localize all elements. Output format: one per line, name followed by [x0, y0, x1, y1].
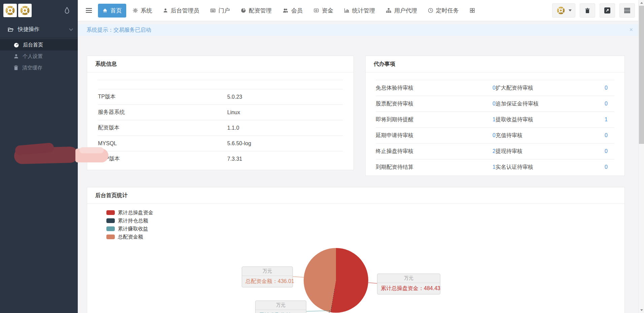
nav-item-admins[interactable]: 后台管理员: [159, 4, 204, 18]
list-icon: [624, 8, 630, 13]
todo-count-link[interactable]: 0: [477, 85, 496, 91]
close-icon[interactable]: ×: [629, 26, 633, 33]
chart-label-total-trading-funds: 万元 累计总操盘资金：484.43: [377, 274, 440, 294]
table-row: 股票配资待审核 0 追加保证金待审核 0: [376, 96, 614, 112]
table-row: MYSQL 5.6.50-log: [98, 135, 343, 151]
funds-icon: [313, 8, 319, 13]
caret-down-icon: [569, 9, 572, 11]
chart-legend: 累计总操盘资金 累计持仓总额 累计赚取收益 总配资金额: [106, 209, 153, 241]
home-icon: [102, 8, 108, 13]
brand-logo-2: [18, 4, 32, 17]
nav-item-user-agents[interactable]: 用户代理: [381, 4, 421, 18]
user-avatar-dropdown[interactable]: [552, 3, 575, 18]
table-row: 服务器系统 Linux: [98, 104, 343, 120]
share-button[interactable]: [600, 3, 615, 18]
legend-item[interactable]: 累计赚取收益: [106, 225, 153, 233]
scrollbar-thumb[interactable]: [639, 6, 644, 144]
dashboard-icon: [13, 42, 19, 48]
sidebar-item-clear-cache[interactable]: 清空缓存: [0, 62, 78, 73]
table-row: 延期申请待审核 0 充值待审核 0: [376, 127, 614, 143]
home-statistics-panel: 后台首页统计 累计总操盘资金 累计持仓总额 累计赚取收益 总配资金额: [87, 187, 625, 313]
table-row: TP版本 5.0.23: [98, 89, 343, 104]
nav-label: 统计管理: [352, 7, 375, 14]
table-row: [98, 80, 343, 89]
hamburger-menu-icon[interactable]: [86, 8, 92, 13]
chart-label-unit: 万元: [242, 267, 293, 276]
panel-title: 代办事项: [374, 61, 395, 68]
brand-logo: [3, 4, 17, 17]
vertical-scrollbar[interactable]: [638, 0, 644, 313]
members-users-icon: [282, 8, 289, 13]
scroll-down-arrow[interactable]: [639, 307, 644, 313]
user-icon: [13, 54, 19, 59]
nav-label: 首页: [110, 7, 122, 14]
legend-item[interactable]: 总配资金额: [106, 233, 153, 241]
sidebar-item-profile-settings[interactable]: 个人设置: [0, 51, 78, 62]
nav-item-members[interactable]: 会员: [278, 4, 307, 18]
nav-item-allocation[interactable]: 配资管理: [236, 4, 276, 18]
trash-icon: [13, 65, 19, 70]
nav-item-funds[interactable]: 资金: [309, 4, 338, 18]
nav-item-system[interactable]: 系统: [128, 4, 157, 18]
nav-item-scheduled-tasks[interactable]: 定时任务: [423, 4, 463, 18]
legend-item[interactable]: 累计总操盘资金: [106, 209, 153, 217]
legend-swatch: [106, 218, 115, 223]
nav-label: 系统: [141, 7, 152, 14]
scroll-up-arrow[interactable]: [639, 0, 644, 6]
sitemap-icon: [386, 8, 392, 13]
nav-label: 用户代理: [394, 7, 417, 14]
gold-knot-logo-icon: [4, 4, 16, 17]
table-row: 到期配资待结算 1 实名认证待审核 0: [376, 159, 614, 175]
nav-item-home[interactable]: 首页: [98, 4, 126, 18]
panel-title: 后台首页统计: [95, 192, 128, 199]
todo-count-link[interactable]: 0: [596, 85, 614, 91]
todo-panel: 代办事项 免息体验待审核 0 扩大配资待审核 0 股票配资待审核 0 追加保证金…: [365, 56, 625, 176]
todo-count-link[interactable]: 1: [596, 117, 614, 123]
nav-tools: [552, 3, 638, 18]
todo-count-link[interactable]: 2: [477, 148, 496, 154]
legend-item[interactable]: 累计持仓总额: [106, 217, 153, 225]
list-button[interactable]: [619, 3, 635, 18]
todo-count-link[interactable]: 0: [477, 132, 496, 138]
todo-count-link[interactable]: 1: [477, 164, 496, 170]
todo-count-link[interactable]: 1: [477, 117, 496, 123]
sidebar-item-label: 后台首页: [23, 42, 43, 48]
avatar-gold-logo-icon: [556, 5, 566, 15]
admin-user-icon: [163, 8, 168, 13]
panel-title: 系统信息: [95, 61, 117, 68]
todo-count-link[interactable]: 0: [596, 148, 614, 154]
sidebar: 快捷操作 后台首页 个人设置: [0, 0, 78, 313]
chart-label-earned-income: 万元 累计赚取收益：0.00: [255, 301, 306, 313]
trash-button[interactable]: [580, 3, 595, 18]
chart-label-unit: 万元: [256, 301, 306, 310]
legend-swatch: [106, 210, 115, 215]
sidebar-item-label: 个人设置: [23, 53, 43, 60]
water-drop-icon: [64, 7, 70, 14]
sidebar-group-quick-actions[interactable]: 快捷操作: [0, 21, 78, 38]
main-nav: 首页 系统 后台管理员: [98, 4, 479, 18]
nav-label: 门户: [218, 7, 230, 14]
table-row: 配资版本 1.1.0: [98, 120, 343, 135]
trash-icon: [585, 8, 590, 13]
alert-text: 系统提示：交易服务已启动: [87, 27, 151, 34]
todo-count-link[interactable]: 0: [596, 101, 614, 107]
nav-label: 资金: [322, 7, 333, 14]
nav-label: 后台管理员: [171, 7, 199, 14]
todo-count-link[interactable]: 0: [596, 132, 614, 138]
nav-item-statistics[interactable]: 统计管理: [340, 4, 379, 18]
pie-chart: [304, 248, 368, 313]
apps-grid-icon: [470, 8, 475, 13]
nav-item-portal[interactable]: 门户: [206, 4, 234, 18]
sidebar-item-dashboard[interactable]: 后台首页: [0, 39, 78, 51]
sidebar-group-label: 快捷操作: [18, 26, 65, 33]
todo-count-link[interactable]: 0: [477, 101, 496, 107]
nav-item-apps-grid[interactable]: [465, 5, 479, 16]
bar-chart-icon: [344, 8, 349, 13]
portal-newspaper-icon: [210, 8, 216, 13]
share-icon: [604, 7, 610, 13]
chart-label-total-allocation: 万元 总配资金额：436.01: [242, 267, 293, 287]
table-row: 终止操盘待审核 2 提现待审核 0: [376, 143, 614, 159]
gold-knot-logo-icon: [19, 4, 31, 17]
todo-count-link[interactable]: 0: [596, 164, 614, 170]
clock-icon: [428, 8, 433, 13]
